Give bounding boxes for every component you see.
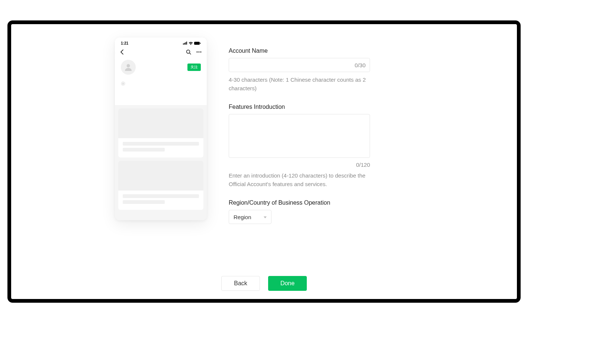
footer-actions: Back Done — [11, 276, 517, 291]
svg-point-8 — [197, 52, 198, 53]
search-icon[interactable] — [186, 49, 191, 55]
form-panel: Account Name 0/30 4-30 characters (Note:… — [229, 48, 370, 235]
phone-nav-row — [119, 46, 203, 56]
svg-point-11 — [127, 64, 130, 68]
content-area: 1:21 — [11, 24, 517, 299]
feed-card — [118, 108, 203, 157]
card-body — [118, 138, 203, 157]
chevron-right-icon[interactable]: › — [121, 81, 125, 86]
back-icon[interactable] — [120, 49, 124, 55]
app-frame: 1:21 — [7, 20, 521, 303]
svg-point-10 — [200, 52, 202, 53]
feed-card — [118, 161, 203, 210]
wifi-icon — [189, 42, 193, 45]
svg-rect-2 — [185, 42, 186, 45]
card-body — [118, 191, 203, 210]
svg-rect-4 — [194, 42, 200, 45]
card-image-placeholder — [118, 108, 203, 138]
account-name-counter: 0/30 — [355, 62, 366, 68]
profile-row: 关注 — [119, 56, 203, 75]
account-name-label: Account Name — [229, 48, 370, 54]
svg-rect-0 — [183, 43, 184, 45]
svg-line-7 — [190, 53, 191, 55]
svg-rect-5 — [200, 42, 201, 44]
signal-icon — [183, 42, 187, 45]
field-region: Region/Country of Business Operation Reg… — [229, 199, 370, 224]
skeleton-line — [123, 200, 165, 204]
phone-time: 1:21 — [121, 41, 128, 45]
skeleton-line — [123, 194, 199, 198]
phone-status-icons — [183, 42, 201, 45]
account-name-hint: 4-30 characters (Note: 1 Chinese charact… — [229, 76, 370, 92]
card-image-placeholder — [118, 161, 203, 191]
phone-header: 1:21 — [115, 38, 207, 105]
account-name-input-wrap: 0/30 — [229, 58, 370, 72]
phone-feed — [115, 105, 207, 217]
svg-rect-3 — [186, 42, 187, 45]
field-features: Features Introduction 0/120 Enter an int… — [229, 104, 370, 188]
avatar — [121, 60, 136, 75]
battery-icon — [194, 42, 201, 45]
features-textarea[interactable] — [229, 114, 370, 158]
skeleton-line — [123, 148, 165, 152]
field-account-name: Account Name 0/30 4-30 characters (Note:… — [229, 48, 370, 92]
skeleton-line — [123, 142, 199, 146]
region-label: Region/Country of Business Operation — [229, 199, 370, 206]
more-icon[interactable] — [196, 51, 202, 53]
features-hint: Enter an introduction (4-120 characters)… — [229, 172, 370, 188]
back-button[interactable]: Back — [221, 276, 260, 291]
features-counter: 0/120 — [229, 162, 370, 168]
features-label: Features Introduction — [229, 104, 370, 110]
phone-preview: 1:21 — [115, 38, 207, 220]
svg-rect-1 — [184, 43, 185, 45]
svg-point-9 — [199, 52, 200, 53]
phone-status-bar: 1:21 — [119, 40, 203, 46]
done-button[interactable]: Done — [268, 276, 307, 291]
region-select[interactable]: Region — [229, 210, 271, 224]
region-select-value: Region — [234, 214, 251, 220]
follow-button[interactable]: 关注 — [187, 64, 201, 71]
account-name-input[interactable] — [229, 58, 370, 72]
